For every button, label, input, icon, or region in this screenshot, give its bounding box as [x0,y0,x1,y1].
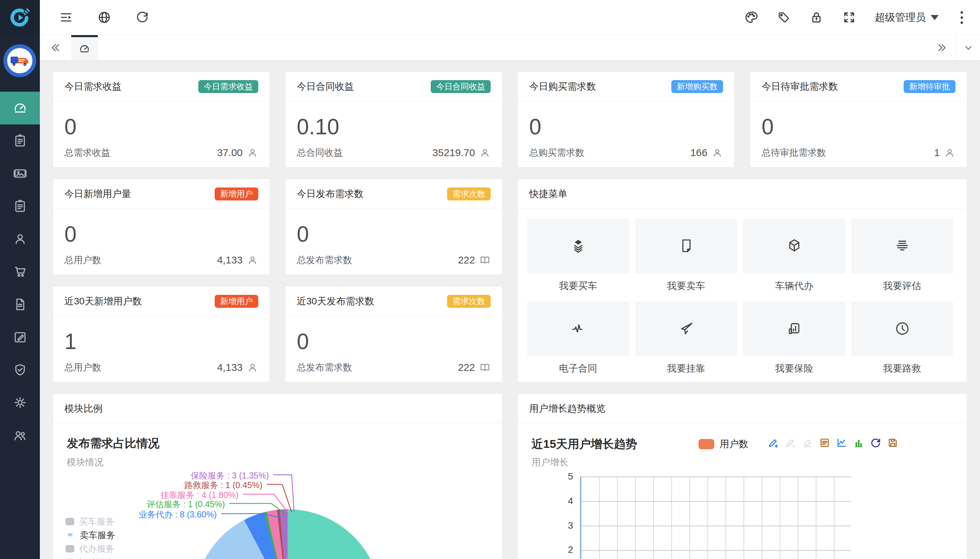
main-content: 今日需求收益 今日需求收益 0 总需求收益 37.00 今日合同收益 今日合同收… [40,61,980,559]
status-badge: 新增购买数 [671,80,723,93]
app-logo[interactable] [0,0,40,35]
card-title: 今日新增用户量 [64,187,131,200]
stat-footer-label: 总合同收益 [297,147,343,159]
topbar-left [40,10,150,25]
eraser-icon[interactable] [802,437,813,448]
pie-chart-title: 发布需求占比情况 [67,436,160,451]
legend-item-buy-service[interactable]: 买车服务 [66,517,115,526]
legend-item-evaluate-service[interactable]: 评估服务 [66,557,115,559]
topbar: 超级管理员 [40,0,980,35]
chart-toolbox [768,437,899,448]
stat-card-new-users-30d: 近30天新增用户数 新增用户 1 总用户数 4,133 [53,287,269,382]
quick-item-sell-car[interactable]: 我要卖车 [635,219,737,293]
card-title: 今日合同收益 [297,80,354,93]
clock-icon [894,321,911,337]
quick-item-insurance[interactable]: 我要保险 [743,301,845,375]
stat-footer-label: 总需求收益 [64,147,111,159]
restore-icon[interactable] [870,437,881,448]
stat-footer-value: 4,133 [217,254,243,266]
stat-footer-label: 总用户数 [64,254,101,266]
sidebar-item-user[interactable] [0,223,40,255]
stat-footer-label: 总发布需求数 [297,361,352,374]
sidebar-item-accounts[interactable] [0,419,40,452]
caret-down-icon [931,15,939,20]
stat-value: 0 [762,114,955,139]
stat-footer-label: 总用户数 [64,361,101,374]
clipboard-icon [13,199,28,214]
pie-chart-subtitle: 模块情况 [67,456,104,468]
sidebar-item-documents[interactable] [0,288,40,321]
collapse-menu-icon[interactable] [59,10,73,25]
sidebar-item-orders[interactable] [0,124,40,157]
bar-chart-icon[interactable] [853,437,865,448]
cart-icon [13,264,28,279]
status-badge: 需求次数 [447,187,491,200]
legend-label: 买车服务 [79,516,114,528]
tab-dashboard[interactable] [71,35,98,61]
quick-item-vehicle-agency[interactable]: 车辆代办 [743,219,845,293]
refresh-icon[interactable] [135,10,150,25]
quick-item-label: 我要挂靠 [635,362,737,375]
user-icon [13,232,28,246]
sidebar-item-media[interactable] [0,157,40,190]
stat-card-demand-income: 今日需求收益 今日需求收益 0 总需求收益 37.00 [53,72,269,167]
y-tick: 2 [532,544,573,555]
quick-item-affiliate[interactable]: 我要挂靠 [635,301,737,375]
lock-icon[interactable] [809,10,823,25]
tabs-scroll-right-button[interactable] [936,42,948,53]
card-title: 近30天新增用户数 [64,295,142,308]
dashboard-icon [79,43,90,55]
sidebar-item-shop[interactable] [0,255,40,288]
stat-card-pending-approval: 今日待审批需求数 新增待审批 0 总待审批需求数 1 [750,72,967,167]
sidebar-item-audit[interactable] [0,321,40,354]
legend-item-agency-service[interactable]: 代办服务 [66,544,115,554]
sidebar-item-dashboard[interactable] [0,92,40,124]
sidebar-item-requests[interactable] [0,190,40,223]
edit-add-icon[interactable] [768,437,779,448]
tag-icon[interactable] [777,10,791,25]
sidebar-item-security[interactable] [0,354,40,386]
status-badge: 新增待审批 [904,80,955,93]
tabs-dropdown-button[interactable] [956,35,980,61]
pie-chart[interactable] [194,509,381,559]
quick-item-label: 车辆代办 [743,280,845,293]
stat-footer-value: 4,133 [217,362,243,373]
quick-item-evaluate[interactable]: 我要评估 [851,219,953,293]
tabs-scroll-left-button[interactable] [49,42,61,53]
more-menu-icon[interactable] [957,9,966,26]
line-chart-icon[interactable] [836,437,848,448]
user-growth-card: 用户增长趋势概览 近15天用户增长趋势 用户数 [518,394,967,559]
line-chart-title: 近15天用户增长趋势 [531,436,637,452]
line-chart-plot-area[interactable] [580,476,851,559]
card-title: 快捷菜单 [529,187,568,200]
user-menu[interactable]: 超级管理员 [875,11,939,25]
stat-card-purchase-demand: 今日购买需求数 新增购买数 0 总购买需求数 166 [518,72,734,167]
stat-card-contract-income: 今日合同收益 今日合同收益 0.10 总合同收益 35219.70 [285,72,502,167]
package-box-icon [786,238,802,254]
quick-item-e-contract[interactable]: 电子合同 [527,301,629,375]
brand-logo [3,44,36,77]
stat-footer-value: 35219.70 [432,147,475,159]
clipboard-icon [13,133,28,148]
data-view-icon[interactable] [819,437,830,448]
users-icon [13,428,28,443]
legend-label: 卖车服务 [80,529,115,541]
person-icon [247,254,258,266]
person-icon [711,147,723,159]
photo-icon [13,166,28,181]
page-icon [678,238,695,254]
save-image-icon[interactable] [887,437,899,448]
palette-icon[interactable] [744,10,758,25]
fullscreen-icon[interactable] [842,10,856,25]
legend-item-user-count[interactable]: 用户数 [698,438,748,451]
stat-value: 0 [529,114,723,139]
person-icon [479,147,491,159]
stat-value: 1 [64,329,258,354]
legend-item-sell-service[interactable]: 卖车服务 [66,530,115,540]
globe-icon[interactable] [97,10,111,25]
sidebar-item-settings[interactable] [0,386,40,419]
quick-item-buy-car[interactable]: 我要买车 [527,219,629,293]
edit-remove-icon[interactable] [785,437,796,448]
quick-item-road-rescue[interactable]: 我要路救 [851,301,953,375]
double-chevron-left-icon [49,42,61,53]
